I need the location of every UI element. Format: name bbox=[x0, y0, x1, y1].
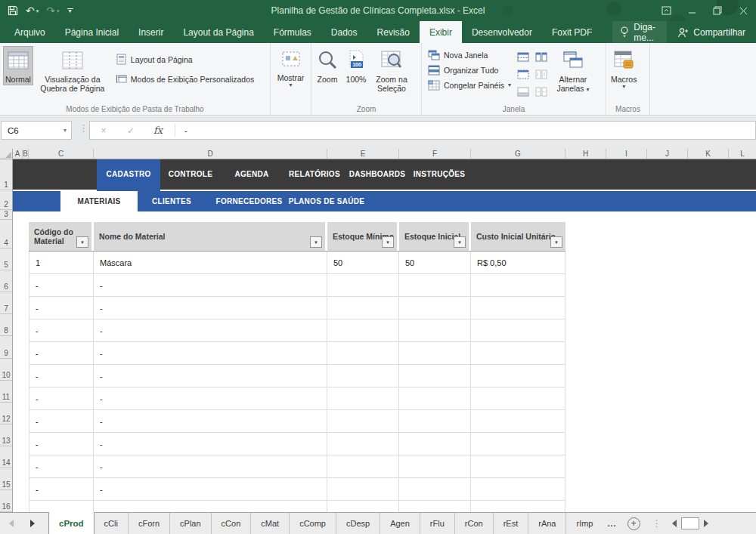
table-cell[interactable]: - bbox=[94, 410, 327, 432]
table-cell[interactable] bbox=[327, 387, 399, 409]
ribbon-tab[interactable]: Arquivo bbox=[5, 21, 55, 43]
filter-button[interactable]: ▼ bbox=[310, 236, 322, 248]
table-cell[interactable] bbox=[327, 274, 399, 296]
filter-button[interactable]: ▼ bbox=[76, 236, 88, 248]
row-header[interactable]: 3 bbox=[0, 210, 12, 221]
table-cell[interactable]: - bbox=[94, 365, 327, 387]
freeze-panes-button[interactable]: Congelar Painéis ▾ bbox=[428, 80, 511, 91]
formula-bar-grip[interactable]: ⋮ bbox=[79, 122, 88, 134]
table-cell[interactable] bbox=[327, 319, 399, 341]
table-header-cell[interactable]: Estoque Inicial ▼ bbox=[399, 222, 471, 251]
table-cell[interactable] bbox=[471, 387, 565, 409]
more-sheets-indicator[interactable]: ... bbox=[603, 513, 621, 534]
row-header[interactable]: 5 bbox=[0, 248, 12, 270]
table-header-cell[interactable]: Código do Material ▼ bbox=[29, 222, 94, 251]
table-cell[interactable] bbox=[399, 433, 471, 455]
table-cell[interactable] bbox=[327, 455, 399, 477]
row-header[interactable]: 8 bbox=[0, 314, 12, 336]
ribbon-tab[interactable]: Layout da Página bbox=[173, 21, 263, 43]
table-cell[interactable] bbox=[471, 274, 565, 296]
table-cell[interactable]: - bbox=[29, 455, 94, 477]
customize-quick-access-icon[interactable]: ▾ bbox=[67, 8, 73, 14]
table-cell[interactable]: - bbox=[94, 478, 327, 500]
table-cell[interactable]: - bbox=[94, 274, 327, 296]
filter-button[interactable]: ▼ bbox=[382, 236, 394, 248]
tell-me-box[interactable]: Diga-me... bbox=[612, 21, 667, 43]
cancel-icon[interactable]: × bbox=[90, 125, 117, 136]
column-header[interactable]: D bbox=[94, 149, 327, 159]
table-cell[interactable] bbox=[327, 365, 399, 387]
normal-view-button[interactable]: Normal bbox=[3, 46, 33, 85]
sub-nav-tab[interactable]: FORNECEDORES bbox=[206, 191, 293, 211]
ribbon-tab[interactable]: Dados bbox=[321, 21, 367, 43]
reset-window-position-icon[interactable] bbox=[534, 85, 549, 99]
ribbon-tab[interactable]: Revisão bbox=[367, 21, 420, 43]
zoom-100-button[interactable]: 100 100% bbox=[342, 46, 370, 85]
table-cell[interactable] bbox=[471, 433, 565, 455]
column-header[interactable]: C bbox=[29, 149, 94, 159]
synchronous-scrolling-icon[interactable] bbox=[534, 67, 549, 82]
column-header[interactable]: E bbox=[327, 149, 399, 159]
sheet-tab[interactable]: cProd bbox=[48, 512, 94, 534]
custom-views-button[interactable]: Modos de Exibição Personalizados bbox=[116, 73, 254, 85]
ribbon-display-options-icon[interactable] bbox=[653, 0, 679, 21]
table-cell[interactable]: R$ 0,50 bbox=[471, 252, 565, 273]
sheet-scroll-right-icon[interactable] bbox=[30, 520, 35, 527]
table-cell[interactable] bbox=[399, 319, 471, 341]
sheet-tab[interactable]: cComp bbox=[289, 513, 336, 534]
table-cell[interactable] bbox=[399, 455, 471, 477]
sub-nav-tab[interactable]: CLIENTES bbox=[141, 191, 202, 211]
minimize-icon[interactable] bbox=[679, 0, 705, 21]
row-header[interactable]: 6 bbox=[0, 270, 12, 292]
table-cell[interactable]: 50 bbox=[399, 252, 471, 273]
filter-button[interactable]: ▼ bbox=[454, 236, 466, 248]
table-header-cell[interactable]: Custo Inicial Unitário ▼ bbox=[471, 222, 565, 251]
hscroll-thumb[interactable] bbox=[681, 517, 699, 529]
row-header[interactable]: 16 bbox=[0, 490, 12, 512]
row-header[interactable]: 2 bbox=[0, 190, 12, 210]
row-header[interactable]: 7 bbox=[0, 292, 12, 314]
table-cell[interactable]: - bbox=[29, 433, 94, 455]
column-header[interactable]: A bbox=[13, 149, 23, 159]
page-layout-button[interactable]: Layout da Página bbox=[116, 54, 254, 65]
select-all-corner[interactable] bbox=[0, 149, 13, 159]
table-cell[interactable]: 50 bbox=[327, 252, 399, 273]
nav-tab[interactable]: CONTROLE bbox=[160, 159, 221, 190]
sheet-tab[interactable]: cPlan bbox=[169, 513, 211, 534]
nav-tab[interactable]: AGENDA bbox=[227, 159, 277, 190]
filter-button[interactable]: ▼ bbox=[550, 236, 562, 248]
sheet-tab[interactable]: cDesp bbox=[336, 513, 380, 534]
table-cell[interactable]: - bbox=[94, 319, 327, 341]
redo-icon[interactable]: ↷▾ bbox=[46, 5, 59, 16]
sheet-tab[interactable]: rImp bbox=[565, 513, 603, 534]
nav-tab[interactable]: DASHBOARDS bbox=[346, 159, 408, 190]
share-button[interactable]: Compartilhar bbox=[667, 21, 756, 43]
table-cell[interactable] bbox=[399, 501, 471, 512]
table-cell[interactable]: - bbox=[29, 478, 94, 500]
table-cell[interactable]: - bbox=[29, 319, 94, 341]
insert-function-icon[interactable]: fx bbox=[144, 125, 172, 136]
zoom-button[interactable]: Zoom bbox=[314, 46, 341, 85]
zoom-to-selection-button[interactable]: Zoom na Seleção bbox=[371, 46, 412, 95]
table-cell[interactable] bbox=[471, 478, 565, 500]
table-cell[interactable]: - bbox=[29, 365, 94, 387]
nav-tab[interactable]: RELATÓRIOS bbox=[281, 159, 348, 190]
row-header[interactable]: 10 bbox=[0, 359, 12, 381]
sheet-tab[interactable]: rFlu bbox=[420, 513, 454, 534]
sheet-tab[interactable]: cMat bbox=[250, 513, 289, 534]
name-box-caret-icon[interactable]: ▾ bbox=[64, 127, 67, 134]
sheet-tab[interactable]: cForn bbox=[128, 513, 169, 534]
unhide-window-icon[interactable] bbox=[516, 85, 531, 99]
formula-value[interactable]: - bbox=[178, 126, 187, 135]
table-cell[interactable]: - bbox=[94, 297, 327, 319]
sub-nav-tab[interactable]: MATERIAIS bbox=[60, 191, 138, 211]
column-header[interactable]: B bbox=[23, 149, 29, 159]
row-header[interactable]: 14 bbox=[0, 446, 12, 468]
table-cell[interactable] bbox=[327, 501, 399, 512]
macros-button[interactable]: Macros ▾ bbox=[609, 46, 639, 91]
row-header[interactable]: 11 bbox=[0, 381, 12, 403]
table-cell[interactable] bbox=[327, 478, 399, 500]
show-button[interactable]: Mostrar ▾ bbox=[275, 46, 307, 90]
restore-icon[interactable] bbox=[705, 0, 730, 21]
table-cell[interactable] bbox=[399, 478, 471, 500]
